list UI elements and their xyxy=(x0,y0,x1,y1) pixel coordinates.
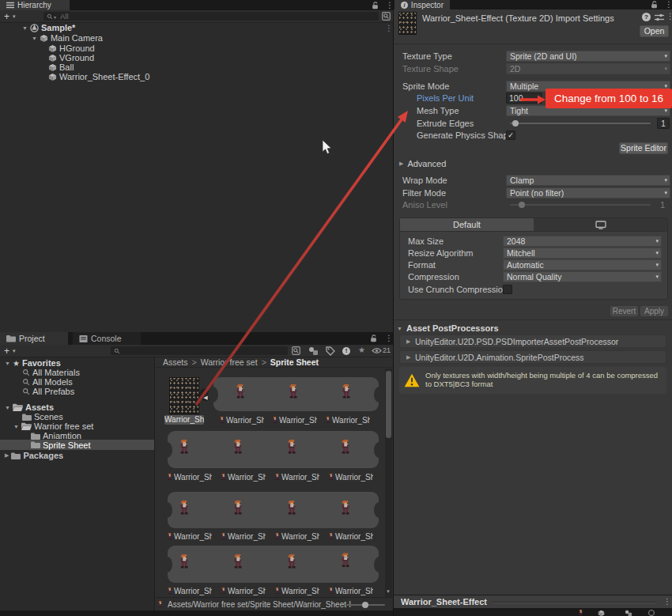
thumbnail-size-slider-knob[interactable] xyxy=(362,602,368,608)
tree-all-models[interactable]: All Models xyxy=(22,377,73,387)
resize-algorithm-dropdown[interactable]: Mitchell▾ xyxy=(503,248,662,259)
tab-project[interactable]: Project xyxy=(0,332,68,345)
inspector-menu-icon[interactable]: ⋮ xyxy=(665,1,672,9)
sub-item-label[interactable]: Warrior_Sh... xyxy=(221,472,266,482)
apply-button[interactable]: Apply xyxy=(640,306,668,316)
tree-item-warrior[interactable]: Warrior_Sheet-Effect_0 xyxy=(48,72,149,81)
postprocessor-row[interactable]: ▶ UnityEditor.U2D.Animation.SpritePostPr… xyxy=(399,350,666,364)
lock-icon[interactable] xyxy=(651,1,658,9)
wrap-mode-dropdown[interactable]: Clamp▾ xyxy=(506,175,670,186)
standalone-platform-tab-monitor-icon[interactable] xyxy=(595,221,606,229)
add-dropdown-icon[interactable]: ▾ xyxy=(13,348,16,354)
sub-item-label[interactable]: Warrior_Sh... xyxy=(325,415,370,425)
advanced-foldout[interactable]: ▶ Advanced xyxy=(399,159,446,168)
extrude-edges-value[interactable]: 1 xyxy=(657,118,670,129)
sub-item-label[interactable]: Warrior_Sh... xyxy=(274,531,319,541)
tree-item-ball[interactable]: Ball xyxy=(48,62,74,72)
sub-item-label[interactable]: Warrior_Sh... xyxy=(221,586,266,595)
help-icon[interactable]: ? xyxy=(642,13,651,21)
sub-item-label[interactable]: Warrior_Sh... xyxy=(274,586,319,595)
foldout-open-icon[interactable]: ▼ xyxy=(32,36,37,41)
foldout-open-icon[interactable]: ▼ xyxy=(5,361,10,366)
tree-favorites[interactable]: ▼ ★ Favorites xyxy=(5,358,61,368)
sprite-thumbnail[interactable] xyxy=(340,384,352,400)
tree-assets[interactable]: ▼ Assets xyxy=(5,402,54,412)
sprite-thumbnail[interactable] xyxy=(232,440,244,455)
main-item-label[interactable]: Warrior_Sh... xyxy=(164,415,204,425)
tab-console[interactable]: Console xyxy=(73,332,141,345)
search-in-scene-icon[interactable] xyxy=(382,12,391,21)
foldout-closed-icon[interactable]: ▶ xyxy=(5,452,9,459)
add-button[interactable]: + xyxy=(4,346,9,357)
sprite-editor-button[interactable]: Sprite Editor xyxy=(619,142,668,154)
search-by-label-icon[interactable] xyxy=(326,346,335,356)
sub-item-label[interactable]: Warrior_Sh... xyxy=(328,586,373,595)
preview-tool-icon[interactable] xyxy=(625,610,632,616)
sprite-thumbnail[interactable] xyxy=(232,554,244,570)
breadcrumb-sprite-sheet[interactable]: Sprite Sheet xyxy=(270,357,319,367)
spritesheet-texture-thumbnail[interactable] xyxy=(169,377,199,414)
eye-icon[interactable] xyxy=(372,347,382,354)
postprocessor-row[interactable]: ▶ UnityEditor.U2D.PSD.PSDImporterAssetPo… xyxy=(399,334,666,348)
tree-all-prefabs[interactable]: All Prefabs xyxy=(22,387,74,396)
tree-scenes[interactable]: Scenes xyxy=(22,412,63,421)
tree-packages[interactable]: ▶ Packages xyxy=(5,451,63,460)
sub-item-label[interactable]: Warrior_Sh... xyxy=(221,531,266,541)
preview-tool-icon[interactable] xyxy=(577,610,584,616)
tree-warrior-free-set[interactable]: ▼ Warrior free set xyxy=(13,421,93,431)
sprite-thumbnail[interactable] xyxy=(232,501,244,516)
asset-postprocessors-foldout[interactable]: ▼ Asset PostProcessors xyxy=(397,323,499,333)
extrude-edges-slider[interactable] xyxy=(510,123,651,124)
sub-item-label[interactable]: Warrior_Sh... xyxy=(328,531,373,541)
extrude-edges-slider-knob[interactable] xyxy=(512,120,519,127)
sub-item-label[interactable]: Warrior_Sh... xyxy=(167,531,212,541)
tree-item-main-camera[interactable]: ▼ Main Camera xyxy=(32,33,103,43)
sub-item-label[interactable]: Warrior_Sh... xyxy=(219,415,264,425)
max-size-dropdown[interactable]: 2048▾ xyxy=(503,236,662,247)
filter-mode-dropdown[interactable]: Point (no filter)▾ xyxy=(506,187,670,198)
add-dropdown-icon[interactable]: ▾ xyxy=(13,13,16,20)
grid-scrollbar-thumb[interactable] xyxy=(386,371,391,438)
breadcrumb-warrior-free-set[interactable]: Warrior free set xyxy=(201,357,258,367)
sprite-thumbnail[interactable] xyxy=(285,501,297,516)
compression-dropdown[interactable]: Normal Quality▾ xyxy=(503,271,662,282)
sprite-thumbnail[interactable] xyxy=(178,554,190,570)
header-menu-icon[interactable]: ⋮ xyxy=(666,13,672,21)
sprite-thumbnail[interactable] xyxy=(285,554,297,570)
sprite-thumbnail[interactable] xyxy=(234,384,246,400)
add-button[interactable]: + xyxy=(4,11,9,22)
foldout-open-icon[interactable]: ▼ xyxy=(5,405,10,410)
foldout-open-icon[interactable]: ▼ xyxy=(13,424,19,429)
tab-inspector[interactable]: i Inspector xyxy=(395,0,450,9)
lock-icon[interactable] xyxy=(370,334,377,342)
scene-menu-icon[interactable]: ⋮ xyxy=(385,25,393,32)
sub-item-label[interactable]: Warrior_Sh... xyxy=(328,472,373,482)
tree-item-hground[interactable]: HGround xyxy=(48,43,95,53)
sub-item-label[interactable]: Warrior_Sh... xyxy=(167,586,212,595)
tree-item-scene[interactable]: ▼ Sample* xyxy=(22,23,75,32)
hierarchy-search-input[interactable]: ▾ All xyxy=(43,12,379,21)
open-button[interactable]: Open xyxy=(640,25,669,37)
breadcrumb-assets[interactable]: Assets xyxy=(163,357,188,367)
project-search-input[interactable] xyxy=(111,346,288,355)
tree-sprite-sheet-selected[interactable]: Sprite Sheet xyxy=(0,440,154,450)
preview-header[interactable]: Warrior_Sheet-Effect ⋮ xyxy=(394,595,672,608)
foldout-open-icon[interactable]: ▼ xyxy=(22,25,28,31)
preview-tool-icon[interactable] xyxy=(598,610,605,616)
sprite-thumbnail[interactable] xyxy=(178,440,190,455)
sprite-thumbnail[interactable] xyxy=(339,552,351,570)
tree-all-materials[interactable]: All Materials xyxy=(22,368,80,377)
sub-item-label[interactable]: Warrior_Sh... xyxy=(274,472,319,482)
revert-button[interactable]: Revert xyxy=(610,306,638,316)
search-in-assets-icon[interactable] xyxy=(292,346,300,355)
main-divider[interactable] xyxy=(393,0,394,616)
preview-tool-icon[interactable] xyxy=(648,610,655,616)
generate-physics-shape-checkbox[interactable]: ✓ xyxy=(506,130,515,140)
favorites-filter-icon[interactable]: ★ xyxy=(358,346,365,354)
hidden-packages-icon[interactable]: ! xyxy=(342,347,350,355)
use-crunch-checkbox[interactable] xyxy=(503,285,512,294)
preview-drag-handle[interactable] xyxy=(493,602,657,603)
format-dropdown[interactable]: Automatic▾ xyxy=(503,259,662,270)
sprite-thumbnail[interactable] xyxy=(287,384,299,400)
pane-divider[interactable] xyxy=(154,357,155,610)
